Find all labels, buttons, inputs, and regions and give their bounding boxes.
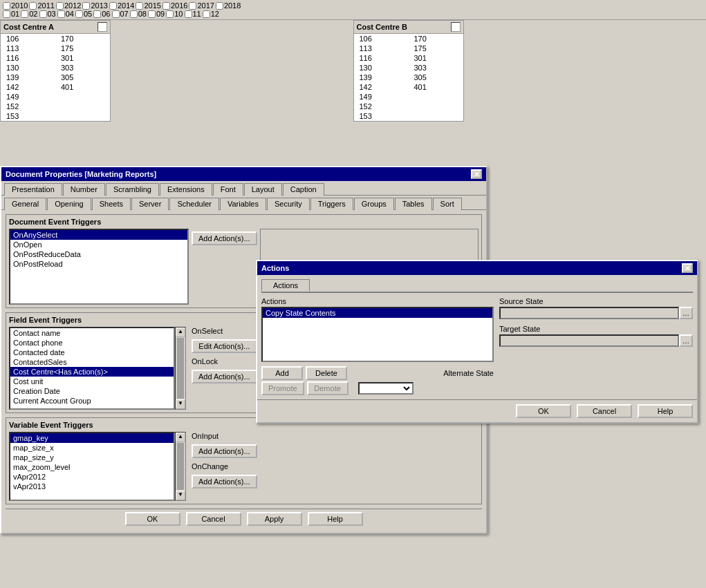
table-row[interactable]: 149 — [1, 92, 110, 102]
month-checkbox-11[interactable]: 11 — [185, 10, 201, 18]
month-cb-05[interactable] — [75, 10, 83, 18]
month-checkbox-08[interactable]: 08 — [130, 10, 147, 18]
month-checkbox-07[interactable]: 07 — [112, 10, 129, 18]
target-state-input[interactable] — [499, 334, 679, 347]
field-triggers-listbox[interactable]: Contact nameContact phoneContacted dateC… — [9, 327, 175, 410]
tab1-caption[interactable]: Caption — [283, 183, 324, 196]
source-state-browse-button[interactable]: … — [679, 307, 693, 319]
tab2-server[interactable]: Server — [131, 198, 169, 210]
add-action-field-button[interactable]: Add Action(s)... — [192, 370, 257, 383]
list-item[interactable]: Copy State Contents — [263, 308, 492, 318]
month-checkbox-10[interactable]: 10 — [166, 10, 183, 18]
list-item[interactable]: vApr2013 — [10, 482, 174, 491]
var-list-scrolldown[interactable]: ▼ — [176, 491, 185, 500]
month-checkbox-05[interactable]: 05 — [75, 10, 92, 18]
tab-actions[interactable]: Actions — [261, 279, 310, 292]
tab2-security[interactable]: Security — [267, 198, 310, 210]
var-list-scrollup[interactable]: ▲ — [176, 433, 185, 442]
tab1-font[interactable]: Font — [213, 183, 243, 196]
list-item[interactable]: Current Account Group — [10, 396, 174, 406]
tab2-scheduler[interactable]: Scheduler — [169, 198, 219, 210]
add-action-doc-button[interactable]: Add Action(s)... — [192, 231, 257, 245]
tab1-number[interactable]: Number — [63, 183, 105, 196]
month-checkbox-02[interactable]: 02 — [21, 10, 37, 18]
year-cb-2010[interactable] — [3, 2, 10, 10]
tab2-variables[interactable]: Variables — [220, 198, 266, 210]
field-list-scrolldown[interactable]: ▼ — [176, 399, 185, 409]
doc-props-close-button[interactable]: ✕ — [471, 169, 482, 179]
year-checkbox-2011[interactable]: 2011 — [29, 1, 54, 10]
tab2-groups[interactable]: Groups — [354, 198, 394, 210]
doc-event-triggers-listbox[interactable]: OnAnySelectOnOpenOnPostReduceDataOnPostR… — [9, 229, 189, 305]
month-cb-12[interactable] — [203, 10, 210, 18]
tab1-presentation[interactable]: Presentation — [4, 183, 62, 196]
table-row[interactable]: 106170 — [354, 34, 463, 44]
year-cb-2017[interactable] — [189, 2, 196, 10]
month-cb-02[interactable] — [21, 10, 28, 18]
add-action-button[interactable]: Add — [261, 366, 303, 380]
list-item[interactable]: Cost Centre<Has Action(s)> — [10, 367, 174, 377]
doc-props-ok-button[interactable]: OK — [125, 512, 180, 526]
month-cb-04[interactable] — [57, 10, 65, 18]
year-checkbox-2010[interactable]: 2010 — [3, 1, 28, 10]
year-cb-2011[interactable] — [29, 2, 37, 10]
year-cb-2013[interactable] — [82, 2, 90, 10]
table-row[interactable]: 142401 — [354, 82, 463, 92]
demote-button[interactable]: Demote — [307, 381, 349, 395]
alt-state-select[interactable] — [358, 382, 414, 395]
table-row[interactable]: 153 — [1, 111, 110, 121]
month-checkbox-01[interactable]: 01 — [3, 10, 19, 18]
doc-props-apply-button[interactable]: Apply — [247, 512, 302, 526]
field-list-scrollup[interactable]: ▲ — [176, 328, 185, 337]
delete-action-button[interactable]: Delete — [306, 366, 347, 380]
month-cb-01[interactable] — [3, 10, 10, 18]
table-row[interactable]: 116301 — [354, 53, 463, 63]
actions-help-button[interactable]: Help — [638, 404, 693, 418]
actions-listbox[interactable]: Copy State Contents — [261, 307, 494, 362]
year-cb-2015[interactable] — [136, 2, 143, 10]
month-cb-11[interactable] — [185, 10, 192, 18]
list-item[interactable]: map_size_y — [10, 453, 174, 462]
table-row[interactable]: 113175 — [1, 44, 110, 53]
cost-centre-b-search[interactable] — [451, 22, 461, 32]
year-cb-2012[interactable] — [56, 2, 64, 10]
table-row[interactable]: 142401 — [1, 82, 110, 92]
doc-props-help-button[interactable]: Help — [308, 512, 363, 526]
list-item[interactable]: gmap_key — [10, 433, 174, 443]
month-cb-06[interactable] — [93, 10, 101, 18]
month-checkbox-03[interactable]: 03 — [39, 10, 56, 18]
tab2-triggers[interactable]: Triggers — [310, 198, 353, 210]
month-cb-07[interactable] — [112, 10, 120, 18]
tab2-general[interactable]: General — [4, 198, 46, 210]
add-action-var-oninput-button[interactable]: Add Action(s)... — [192, 444, 257, 458]
list-item[interactable]: Contacted date — [10, 348, 174, 357]
list-item[interactable]: ContactedSales — [10, 357, 174, 367]
table-row[interactable]: 130303 — [354, 63, 463, 73]
year-checkbox-2015[interactable]: 2015 — [136, 1, 160, 10]
table-row[interactable]: 113175 — [354, 44, 463, 53]
tab1-extensions[interactable]: Extensions — [160, 183, 212, 196]
year-checkbox-2017[interactable]: 2017 — [189, 1, 214, 10]
month-checkbox-12[interactable]: 12 — [203, 10, 219, 18]
table-row[interactable]: 139305 — [354, 73, 463, 82]
tab1-scrambling[interactable]: Scrambling — [106, 183, 159, 196]
table-row[interactable]: 152 — [354, 102, 463, 111]
tab2-opening[interactable]: Opening — [47, 198, 91, 210]
list-item[interactable]: Creation Date — [10, 386, 174, 396]
list-item[interactable]: OnPostReduceData — [10, 249, 187, 259]
list-item[interactable]: max_zoom_level — [10, 462, 174, 472]
actions-ok-button[interactable]: OK — [516, 404, 571, 418]
tab1-layout[interactable]: Layout — [244, 183, 282, 196]
month-checkbox-04[interactable]: 04 — [57, 10, 74, 18]
list-item[interactable]: OnAnySelect — [10, 230, 187, 240]
month-cb-08[interactable] — [130, 10, 138, 18]
list-item[interactable]: vApr2012 — [10, 472, 174, 482]
doc-props-cancel-button[interactable]: Cancel — [186, 512, 241, 526]
cost-centre-a-search[interactable] — [97, 22, 107, 32]
year-checkbox-2013[interactable]: 2013 — [82, 1, 107, 10]
tab2-sheets[interactable]: Sheets — [92, 198, 131, 210]
list-item[interactable]: map_size_x — [10, 443, 174, 453]
table-row[interactable]: 139305 — [1, 73, 110, 82]
tab2-sort[interactable]: Sort — [433, 198, 462, 210]
month-cb-09[interactable] — [148, 10, 156, 18]
